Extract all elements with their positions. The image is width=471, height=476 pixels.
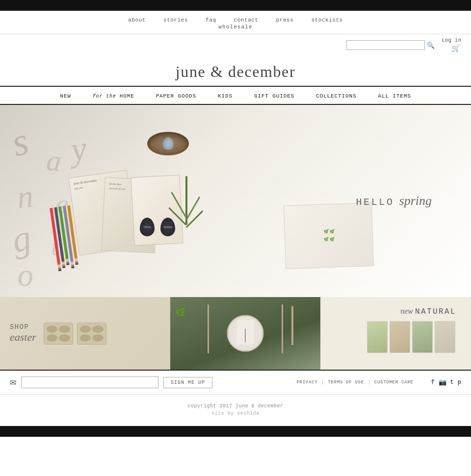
top-actions: 🔍 Log in 🛒 <box>0 34 471 56</box>
signup-button[interactable]: SIGN ME UP <box>163 377 212 388</box>
footer-terms[interactable]: TERMS OF USE <box>323 380 369 385</box>
mail-icon: ✉ <box>10 378 16 387</box>
natural-text: new NATURAL <box>400 307 456 316</box>
swatch-1 <box>367 321 388 353</box>
knife-icon <box>282 304 283 353</box>
login-link[interactable]: Log in <box>442 37 461 43</box>
new-label: new <box>400 307 413 315</box>
spoon-icon <box>291 306 293 345</box>
newsletter-bar: ✉ SIGN ME UP PRIVACY TERMS OF USE CUSTOM… <box>0 370 471 395</box>
egg-carton-1 <box>44 323 73 345</box>
nav-wholesale[interactable]: wholesale <box>0 24 471 32</box>
main-nav-paper[interactable]: PAPER GOODS <box>145 92 207 100</box>
footer-privacy[interactable]: PRIVACY <box>292 380 323 385</box>
bottom-bar <box>0 426 471 437</box>
search-button[interactable]: 🔍 <box>425 41 437 50</box>
instagram-icon[interactable]: 📷 <box>439 378 446 386</box>
search-input[interactable] <box>346 40 425 50</box>
nest-egg <box>163 137 174 150</box>
hero-nest <box>147 132 189 155</box>
table-card[interactable]: 🌿 <box>170 297 321 370</box>
hero-text: HELLO spring <box>356 194 432 208</box>
site-by-text: site by eeshida <box>0 411 471 416</box>
table-greenery: 🌿 <box>175 307 186 318</box>
cards-section: SHOP easter <box>0 297 471 370</box>
logo-area: june & december <box>0 56 471 86</box>
main-nav-home[interactable]: for the HOME <box>82 92 145 100</box>
main-nav-kids[interactable]: KIDS <box>207 92 243 100</box>
copyright-text: copyright 2017 june & december <box>0 403 471 409</box>
footer-bottom: copyright 2017 june & december site by e… <box>0 395 471 426</box>
plate <box>227 315 264 352</box>
main-nav-links: NEW for the HOME PAPER GOODS KIDS GIFT G… <box>49 92 422 100</box>
top-bar <box>0 0 471 11</box>
swatch-4 <box>435 321 455 353</box>
easter-label: easter <box>10 331 36 344</box>
napkin <box>237 320 254 345</box>
natural-card[interactable]: new NATURAL <box>320 297 471 370</box>
nav-stockists[interactable]: stockists <box>302 16 351 24</box>
nav-about[interactable]: about <box>119 16 155 24</box>
easter-text: SHOP easter <box>10 323 36 344</box>
hero-fern-print: 🌿 🌿🌿 🌿 <box>284 202 374 269</box>
fork-icon <box>208 304 209 353</box>
main-nav: NEW for the HOME PAPER GOODS KIDS GIFT G… <box>0 86 471 105</box>
main-nav-gifts[interactable]: GIFT GUIDES <box>243 92 305 100</box>
nav-faq[interactable]: FAQ <box>197 16 225 24</box>
nav-press[interactable]: press <box>267 16 303 24</box>
top-nav: about stories FAQ contact press stockist… <box>119 16 352 24</box>
footer-care[interactable]: CUSTOMER CARE <box>369 380 419 385</box>
main-nav-collections[interactable]: COLLECTIONS <box>305 92 367 100</box>
hero-chalk-eggs: Olivia Nathan <box>140 218 175 236</box>
cart-button[interactable]: 🛒 <box>451 43 461 53</box>
nav-bar: about stories FAQ contact press stockist… <box>0 11 471 34</box>
shop-label: SHOP <box>10 323 36 331</box>
pinterest-icon[interactable]: p <box>458 379 461 386</box>
site-logo[interactable]: june & december <box>0 63 471 81</box>
egg-cartons <box>44 323 106 345</box>
twitter-icon[interactable]: t <box>450 379 454 386</box>
login-cart-area: Log in 🛒 <box>442 37 461 53</box>
egg-carton-2 <box>77 323 106 345</box>
email-input[interactable] <box>21 376 158 388</box>
swatch-3 <box>412 321 433 353</box>
swatch-2 <box>390 321 410 353</box>
fabric-swatches <box>358 308 464 366</box>
main-nav-new[interactable]: NEW <box>49 92 81 100</box>
nav-stories[interactable]: stories <box>155 16 197 24</box>
nav-contact[interactable]: contact <box>225 16 267 24</box>
hero-banner: s a y n e g t o june & decembersay yes b… <box>0 105 471 297</box>
social-icons: f 📷 t p <box>431 378 461 386</box>
main-nav-all[interactable]: ALL ITEMS <box>367 92 421 100</box>
facebook-icon[interactable]: f <box>431 379 434 386</box>
natural-label: NATURAL <box>415 307 456 316</box>
easter-card[interactable]: SHOP easter <box>0 297 170 370</box>
search-form: 🔍 <box>346 40 437 50</box>
lavender-icon <box>245 329 246 343</box>
hero-hello: HELLO spring <box>356 194 432 208</box>
footer-links: PRIVACY TERMS OF USE CUSTOMER CARE <box>292 380 419 385</box>
